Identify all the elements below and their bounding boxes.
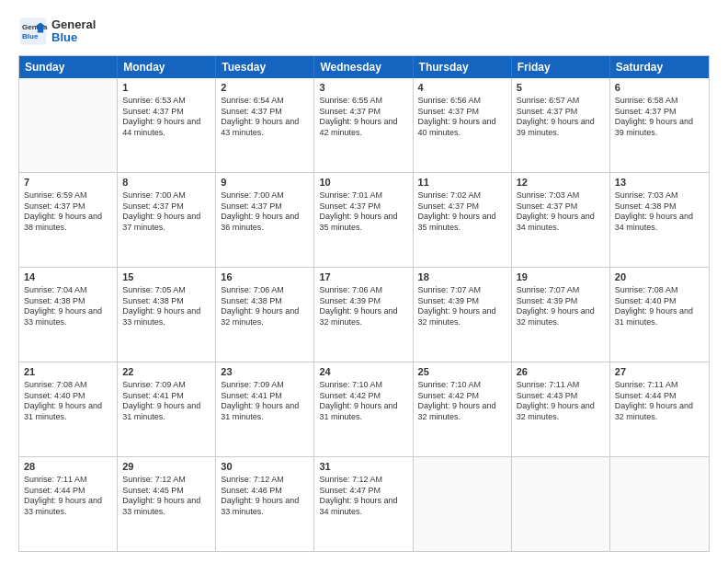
day-number: 2 bbox=[221, 81, 309, 95]
day-number: 4 bbox=[418, 81, 506, 95]
day-info: Sunrise: 7:03 AMSunset: 4:38 PMDaylight:… bbox=[615, 190, 704, 234]
day-number: 14 bbox=[24, 270, 112, 284]
day-cell-12: 12Sunrise: 7:03 AMSunset: 4:37 PMDayligh… bbox=[512, 173, 610, 267]
day-info: Sunrise: 7:10 AMSunset: 4:42 PMDaylight:… bbox=[319, 380, 407, 423]
day-cell-2: 2Sunrise: 6:54 AMSunset: 4:37 PMDaylight… bbox=[216, 78, 314, 172]
day-number: 18 bbox=[418, 270, 506, 284]
day-cell-13: 13Sunrise: 7:03 AMSunset: 4:38 PMDayligh… bbox=[610, 173, 709, 267]
day-cell-1: 1Sunrise: 6:53 AMSunset: 4:37 PMDaylight… bbox=[118, 78, 216, 172]
day-info: Sunrise: 7:11 AMSunset: 4:44 PMDaylight:… bbox=[24, 475, 112, 518]
day-info: Sunrise: 7:10 AMSunset: 4:42 PMDaylight:… bbox=[418, 380, 506, 423]
day-info: Sunrise: 7:11 AMSunset: 4:44 PMDaylight:… bbox=[615, 380, 704, 423]
weekday-header-friday: Friday bbox=[512, 56, 610, 78]
day-info: Sunrise: 6:55 AMSunset: 4:37 PMDaylight:… bbox=[319, 96, 407, 139]
day-cell-19: 19Sunrise: 7:07 AMSunset: 4:39 PMDayligh… bbox=[512, 268, 610, 362]
day-number: 21 bbox=[24, 365, 112, 379]
day-number: 13 bbox=[615, 176, 704, 190]
day-cell-24: 24Sunrise: 7:10 AMSunset: 4:42 PMDayligh… bbox=[314, 362, 413, 456]
logo: General Blue General Blue bbox=[18, 17, 96, 46]
day-info: Sunrise: 7:07 AMSunset: 4:39 PMDaylight:… bbox=[517, 285, 605, 328]
day-number: 22 bbox=[122, 365, 210, 379]
day-cell-25: 25Sunrise: 7:10 AMSunset: 4:42 PMDayligh… bbox=[414, 362, 512, 456]
day-number: 1 bbox=[122, 81, 210, 95]
day-cell-9: 9Sunrise: 7:00 AMSunset: 4:37 PMDaylight… bbox=[216, 173, 314, 267]
day-number: 6 bbox=[615, 81, 704, 95]
page: General Blue General Blue SundayMondayTu… bbox=[0, 0, 728, 563]
day-info: Sunrise: 7:08 AMSunset: 4:40 PMDaylight:… bbox=[24, 380, 112, 423]
weekday-header-thursday: Thursday bbox=[414, 56, 512, 78]
day-cell-11: 11Sunrise: 7:02 AMSunset: 4:37 PMDayligh… bbox=[414, 173, 512, 267]
day-info: Sunrise: 7:07 AMSunset: 4:39 PMDaylight:… bbox=[418, 285, 506, 328]
day-cell-20: 20Sunrise: 7:08 AMSunset: 4:40 PMDayligh… bbox=[610, 268, 709, 362]
day-info: Sunrise: 7:02 AMSunset: 4:37 PMDaylight:… bbox=[418, 190, 506, 234]
calendar-row-2: 7Sunrise: 6:59 AMSunset: 4:37 PMDaylight… bbox=[19, 172, 709, 267]
logo-icon: General Blue bbox=[18, 17, 48, 46]
calendar-body: 1Sunrise: 6:53 AMSunset: 4:37 PMDaylight… bbox=[19, 78, 709, 551]
weekday-header-wednesday: Wednesday bbox=[314, 56, 413, 78]
empty-cell bbox=[610, 457, 709, 551]
day-info: Sunrise: 7:08 AMSunset: 4:40 PMDaylight:… bbox=[615, 285, 704, 328]
day-number: 11 bbox=[418, 176, 506, 190]
day-info: Sunrise: 7:11 AMSunset: 4:43 PMDaylight:… bbox=[517, 380, 605, 423]
svg-text:General: General bbox=[22, 23, 48, 31]
calendar-row-1: 1Sunrise: 6:53 AMSunset: 4:37 PMDaylight… bbox=[19, 78, 709, 172]
day-cell-21: 21Sunrise: 7:08 AMSunset: 4:40 PMDayligh… bbox=[19, 362, 118, 456]
day-info: Sunrise: 7:04 AMSunset: 4:38 PMDaylight:… bbox=[24, 285, 112, 328]
day-info: Sunrise: 7:09 AMSunset: 4:41 PMDaylight:… bbox=[122, 380, 210, 423]
day-cell-28: 28Sunrise: 7:11 AMSunset: 4:44 PMDayligh… bbox=[19, 457, 118, 551]
day-cell-6: 6Sunrise: 6:58 AMSunset: 4:37 PMDaylight… bbox=[610, 78, 709, 172]
day-cell-3: 3Sunrise: 6:55 AMSunset: 4:37 PMDaylight… bbox=[314, 78, 413, 172]
day-cell-8: 8Sunrise: 7:00 AMSunset: 4:37 PMDaylight… bbox=[118, 173, 216, 267]
calendar-row-3: 14Sunrise: 7:04 AMSunset: 4:38 PMDayligh… bbox=[19, 267, 709, 362]
day-info: Sunrise: 7:00 AMSunset: 4:37 PMDaylight:… bbox=[122, 190, 210, 234]
day-number: 31 bbox=[319, 460, 407, 474]
day-number: 23 bbox=[221, 365, 309, 379]
calendar-row-4: 21Sunrise: 7:08 AMSunset: 4:40 PMDayligh… bbox=[19, 362, 709, 456]
day-info: Sunrise: 7:09 AMSunset: 4:41 PMDaylight:… bbox=[221, 380, 309, 423]
day-info: Sunrise: 7:06 AMSunset: 4:39 PMDaylight:… bbox=[319, 285, 407, 328]
weekday-header-monday: Monday bbox=[118, 56, 216, 78]
day-cell-16: 16Sunrise: 7:06 AMSunset: 4:38 PMDayligh… bbox=[216, 268, 314, 362]
calendar-row-5: 28Sunrise: 7:11 AMSunset: 4:44 PMDayligh… bbox=[19, 456, 709, 551]
weekday-header-tuesday: Tuesday bbox=[216, 56, 314, 78]
calendar-header: SundayMondayTuesdayWednesdayThursdayFrid… bbox=[19, 56, 709, 78]
day-info: Sunrise: 6:56 AMSunset: 4:37 PMDaylight:… bbox=[418, 96, 506, 139]
weekday-header-saturday: Saturday bbox=[610, 56, 709, 78]
day-info: Sunrise: 6:59 AMSunset: 4:37 PMDaylight:… bbox=[24, 190, 112, 234]
svg-text:Blue: Blue bbox=[22, 32, 39, 40]
logo-general: General bbox=[51, 18, 96, 31]
day-cell-23: 23Sunrise: 7:09 AMSunset: 4:41 PMDayligh… bbox=[216, 362, 314, 456]
day-info: Sunrise: 7:00 AMSunset: 4:37 PMDaylight:… bbox=[221, 190, 309, 234]
empty-cell bbox=[512, 457, 610, 551]
day-cell-31: 31Sunrise: 7:12 AMSunset: 4:47 PMDayligh… bbox=[314, 457, 413, 551]
day-cell-15: 15Sunrise: 7:05 AMSunset: 4:38 PMDayligh… bbox=[118, 268, 216, 362]
calendar: SundayMondayTuesdayWednesdayThursdayFrid… bbox=[18, 55, 710, 552]
day-info: Sunrise: 7:06 AMSunset: 4:38 PMDaylight:… bbox=[221, 285, 309, 328]
day-number: 5 bbox=[517, 81, 605, 95]
day-number: 8 bbox=[122, 176, 210, 190]
day-cell-7: 7Sunrise: 6:59 AMSunset: 4:37 PMDaylight… bbox=[19, 173, 118, 267]
day-number: 27 bbox=[615, 365, 704, 379]
day-cell-5: 5Sunrise: 6:57 AMSunset: 4:37 PMDaylight… bbox=[512, 78, 610, 172]
day-cell-14: 14Sunrise: 7:04 AMSunset: 4:38 PMDayligh… bbox=[19, 268, 118, 362]
day-number: 20 bbox=[615, 270, 704, 284]
day-number: 28 bbox=[24, 460, 112, 474]
day-cell-30: 30Sunrise: 7:12 AMSunset: 4:46 PMDayligh… bbox=[216, 457, 314, 551]
day-info: Sunrise: 6:58 AMSunset: 4:37 PMDaylight:… bbox=[615, 96, 704, 139]
day-cell-29: 29Sunrise: 7:12 AMSunset: 4:45 PMDayligh… bbox=[118, 457, 216, 551]
day-number: 19 bbox=[517, 270, 605, 284]
day-number: 29 bbox=[122, 460, 210, 474]
header: General Blue General Blue bbox=[18, 17, 710, 46]
empty-cell bbox=[19, 78, 118, 172]
day-number: 16 bbox=[221, 270, 309, 284]
logo-blue: Blue bbox=[51, 31, 96, 44]
day-cell-18: 18Sunrise: 7:07 AMSunset: 4:39 PMDayligh… bbox=[414, 268, 512, 362]
day-cell-4: 4Sunrise: 6:56 AMSunset: 4:37 PMDaylight… bbox=[414, 78, 512, 172]
day-number: 3 bbox=[319, 81, 407, 95]
day-info: Sunrise: 6:57 AMSunset: 4:37 PMDaylight:… bbox=[517, 96, 605, 139]
day-number: 24 bbox=[319, 365, 407, 379]
day-info: Sunrise: 6:54 AMSunset: 4:37 PMDaylight:… bbox=[221, 96, 309, 139]
day-cell-17: 17Sunrise: 7:06 AMSunset: 4:39 PMDayligh… bbox=[314, 268, 413, 362]
day-number: 30 bbox=[221, 460, 309, 474]
day-info: Sunrise: 6:53 AMSunset: 4:37 PMDaylight:… bbox=[122, 96, 210, 139]
